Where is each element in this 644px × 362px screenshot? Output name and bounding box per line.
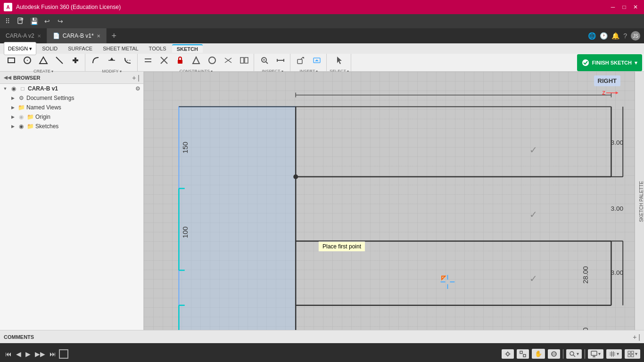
settings-root-icon[interactable]: ⚙ <box>134 85 141 92</box>
canvas-area[interactable]: 150 3.00 28.00 3.00 28.00 3.00 28.00 <box>144 72 635 330</box>
tree-item-origin[interactable]: ▶ ◉ 📁 Origin <box>0 112 143 122</box>
fit-to-screen-button[interactable] <box>517 349 529 359</box>
line-tool[interactable] <box>52 52 67 69</box>
browser-left-arrows: ◀◀ <box>4 75 11 80</box>
visibility-origin-icon[interactable]: ◉ <box>17 113 25 121</box>
canvas-tool[interactable] <box>309 52 324 69</box>
lock-constraint[interactable] <box>173 52 188 69</box>
rectangle-tool[interactable] <box>4 52 19 69</box>
expand-sketches-icon[interactable]: ▶ <box>9 123 16 130</box>
modify-label[interactable]: MODIFY ▾ <box>102 69 122 74</box>
ribbon-tab-surface[interactable]: SURFACE <box>63 45 97 52</box>
notification-icon[interactable]: 🔔 <box>611 32 619 40</box>
redo-button[interactable]: ↪ <box>55 16 66 27</box>
ribbon-tab-solid[interactable]: SOLID <box>37 45 62 52</box>
svg-text:28.00: 28.00 <box>582 328 589 330</box>
browser-collapse-button[interactable]: | <box>138 74 140 82</box>
sketch-palette-label[interactable]: SKETCH PALETTE <box>639 179 644 224</box>
tree-item-sketches[interactable]: ▶ ◉ 📁 Sketches <box>0 122 143 131</box>
undo-button[interactable]: ↩ <box>41 16 53 27</box>
save-button[interactable]: 💾 <box>28 16 40 27</box>
select-tool[interactable] <box>332 52 347 69</box>
visibility-root-icon[interactable]: ◉ <box>10 85 17 92</box>
expand-views-icon[interactable]: ▶ <box>9 104 16 111</box>
ribbon-tab-tools[interactable]: TOOLS <box>144 45 171 52</box>
display-settings-button[interactable]: ▾ <box>588 349 603 359</box>
timeline-thumbnail[interactable] <box>59 349 68 359</box>
user-initials[interactable]: JS <box>631 31 640 41</box>
svg-rect-110 <box>628 354 630 357</box>
svg-text:100: 100 <box>182 226 189 238</box>
app-logo: A <box>4 3 12 11</box>
folder-origin-icon: 📁 <box>26 113 34 121</box>
comments-controls: + | <box>633 333 640 341</box>
history-icon[interactable]: 🕐 <box>600 32 608 40</box>
constraints-group-wrapper: CONSTRAINTS ▾ <box>140 52 252 74</box>
circle-constraint[interactable] <box>205 52 220 69</box>
visibility-sketches-icon[interactable]: ◉ <box>17 123 25 130</box>
playback-last-button[interactable]: ⏭ <box>48 349 58 359</box>
playback-play-button[interactable]: ▶ <box>24 349 32 359</box>
svg-rect-111 <box>631 354 634 357</box>
ribbon-tab-sheet-metal[interactable]: SHEET METAL <box>98 45 143 52</box>
tab-cara-av2[interactable]: CARA-A v2 ✕ <box>0 28 47 43</box>
tab-close-active-icon[interactable]: ✕ <box>97 33 100 39</box>
file-menu-button[interactable] <box>15 16 26 27</box>
tab-bar-tools: 🌐 🕐 🔔 ? JS <box>588 28 644 43</box>
svg-rect-108 <box>628 351 630 354</box>
orbit-tool-button[interactable] <box>548 349 560 359</box>
finish-sketch-button[interactable]: FINISH SKETCH ▾ <box>577 54 642 71</box>
grid-menu-button[interactable]: ⠿ <box>2 16 13 27</box>
playback-prev-button[interactable]: ◀ <box>15 349 23 359</box>
expand-doc-icon[interactable]: ▶ <box>9 95 16 101</box>
parallel-constraint[interactable] <box>140 52 156 69</box>
tree-item-root[interactable]: ▼ ◉ □ CARA-B v1 ⚙ <box>0 84 143 93</box>
grid-settings-button[interactable]: ▾ <box>606 349 622 359</box>
browser-title: ◀◀ BROWSER <box>4 75 40 81</box>
zoom-button[interactable]: ▾ <box>566 349 582 359</box>
browser-plus-button[interactable]: + <box>132 74 136 82</box>
insert-group-wrapper: INSERT ▾ <box>293 52 324 74</box>
tab-close-icon[interactable]: ✕ <box>37 33 41 39</box>
origin-point-button[interactable] <box>502 349 514 359</box>
insert-tool[interactable] <box>293 52 308 69</box>
comments-title: COMMENTS <box>4 334 34 340</box>
expand-root-icon[interactable]: ▼ <box>2 85 8 92</box>
tab-label-active: CARA-B v1* <box>63 33 94 39</box>
triangle-tool[interactable] <box>36 52 51 69</box>
inspect-tool[interactable] <box>257 52 272 69</box>
new-tab-button[interactable]: + <box>107 28 122 43</box>
expand-origin-icon[interactable]: ▶ <box>9 114 16 120</box>
svg-rect-22 <box>240 58 244 63</box>
app-title: Autodesk Fusion 360 (Education License) <box>16 4 121 10</box>
help-icon[interactable]: ? <box>623 32 627 40</box>
triangle-constraint[interactable] <box>189 52 204 69</box>
extend-tool[interactable] <box>120 52 135 69</box>
playback-next-button[interactable]: ▶▶ <box>33 349 47 359</box>
viewport-layout-button[interactable]: ▾ <box>625 349 640 359</box>
hand-tool-button[interactable]: ✋ <box>532 349 545 359</box>
trim-tool[interactable] <box>104 52 119 69</box>
circle-sketch-tool[interactable] <box>20 52 35 69</box>
tangent-constraint[interactable] <box>221 52 236 69</box>
fillet-tool[interactable] <box>88 52 103 69</box>
playback-first-button[interactable]: ⏮ <box>4 349 13 359</box>
svg-line-100 <box>573 355 575 357</box>
create-label[interactable]: CREATE ▾ <box>33 69 53 74</box>
minimize-button[interactable]: ─ <box>608 2 618 12</box>
point-tool[interactable] <box>68 52 83 69</box>
measure-tool[interactable] <box>273 52 288 69</box>
online-icon[interactable]: 🌐 <box>588 32 596 40</box>
comments-plus-button[interactable]: + <box>633 333 636 341</box>
symmetric-constraint[interactable] <box>237 52 252 69</box>
tree-item-named-views[interactable]: ▶ 📁 Named Views <box>0 103 143 112</box>
svg-text:✓: ✓ <box>529 273 537 284</box>
comments-collapse-button[interactable]: | <box>638 333 640 341</box>
restore-button[interactable]: □ <box>619 2 629 12</box>
tree-item-doc-settings[interactable]: ▶ ⚙ Document Settings <box>0 93 143 103</box>
tab-cara-bv1[interactable]: 📄 CARA-B v1* ✕ <box>47 28 107 43</box>
svg-marker-89 <box>616 91 618 94</box>
perpendicular-constraint[interactable] <box>157 52 172 69</box>
close-button[interactable]: ✕ <box>631 2 640 12</box>
folder-views-icon: 📁 <box>17 104 25 111</box>
